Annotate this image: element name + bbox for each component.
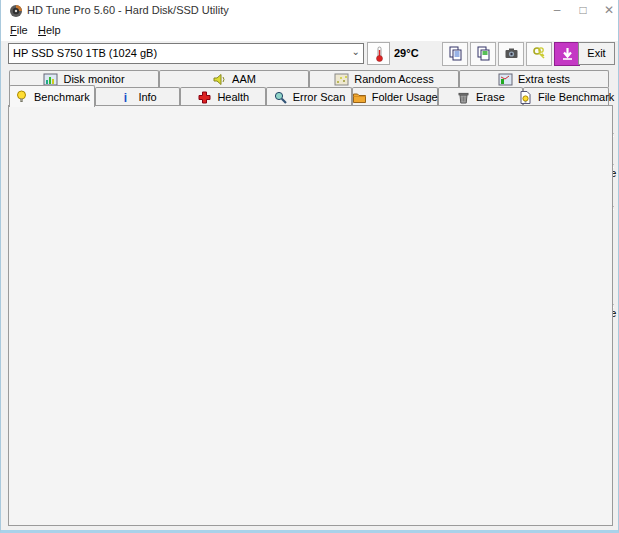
chevron-down-icon: ⌄ [352, 46, 360, 57]
tab-benchmark[interactable]: Benchmark [9, 85, 95, 107]
tab-label: File Benchmark [538, 91, 614, 103]
tab-health[interactable]: Health [180, 87, 266, 106]
tab-label: Extra tests [518, 73, 570, 85]
keys-icon [532, 46, 547, 63]
exit-button[interactable]: Exit [578, 42, 615, 65]
tab-label: Random Access [354, 73, 433, 85]
tab-label: AAM [232, 73, 256, 85]
info-icon: i [118, 90, 133, 105]
app-icon [9, 4, 23, 20]
download-icon [560, 46, 575, 63]
app-window: HD Tune Pro 5.60 - Hard Disk/SSD Utility… [0, 0, 619, 533]
drive-selector[interactable]: HP SSD S750 1TB (1024 gB) ⌄ [8, 43, 364, 64]
maximize-button[interactable]: □ [572, 2, 594, 19]
title-bar: HD Tune Pro 5.60 - Hard Disk/SSD Utility… [1, 0, 618, 21]
extra-tests-icon [498, 72, 513, 87]
tab-label: Folder Usage [372, 91, 438, 103]
menu-file[interactable]: File [10, 24, 28, 36]
tab-content-panel [8, 105, 613, 526]
copy-text-button[interactable] [470, 42, 496, 66]
tab-label: Health [217, 91, 249, 103]
camera-icon [504, 46, 519, 63]
screenshot-button[interactable] [498, 42, 524, 66]
tab-label: Erase [476, 91, 505, 103]
folder-icon [352, 90, 367, 105]
copy-text-icon [476, 46, 491, 63]
copy-button[interactable] [442, 42, 468, 66]
tab-label: Error Scan [293, 91, 346, 103]
tab-folder-usage[interactable]: Folder Usage [352, 87, 438, 106]
close-button[interactable]: ✕ [598, 2, 619, 19]
speaker-icon [212, 72, 227, 87]
menu-bar [1, 21, 618, 41]
temperature-indicator [367, 42, 390, 65]
tab-random-access[interactable]: Random Access [309, 70, 459, 87]
tab-aam[interactable]: AAM [159, 70, 309, 87]
copy-icon [448, 46, 463, 63]
svg-text:i: i [124, 91, 127, 105]
random-access-icon [334, 72, 349, 87]
health-icon [197, 90, 212, 105]
tab-error-scan[interactable]: Error Scan [266, 87, 352, 106]
benchmark-icon [14, 89, 29, 104]
tab-label: Disk monitor [63, 73, 124, 85]
tab-label: Benchmark [34, 91, 90, 103]
tab-erase[interactable]: Erase [438, 87, 524, 106]
error-scan-icon [273, 90, 288, 105]
window-title: HD Tune Pro 5.60 - Hard Disk/SSD Utility [27, 4, 229, 16]
file-benchmark-icon [518, 90, 533, 105]
tab-info[interactable]: iInfo [95, 87, 181, 106]
menu-help[interactable]: Help [38, 24, 61, 36]
tab-label: Info [138, 91, 156, 103]
save-button[interactable] [554, 42, 580, 66]
temperature-value: 29°C [394, 47, 419, 59]
tab-extra-tests[interactable]: Extra tests [459, 70, 609, 87]
tab-file-benchmark[interactable]: File Benchmark [523, 87, 609, 106]
thermometer-icon [374, 53, 384, 65]
minimize-button[interactable]: – [546, 2, 568, 19]
erase-icon [456, 90, 471, 105]
options-button[interactable] [526, 42, 552, 66]
drive-selector-value: HP SSD S750 1TB (1024 gB) [13, 47, 157, 59]
